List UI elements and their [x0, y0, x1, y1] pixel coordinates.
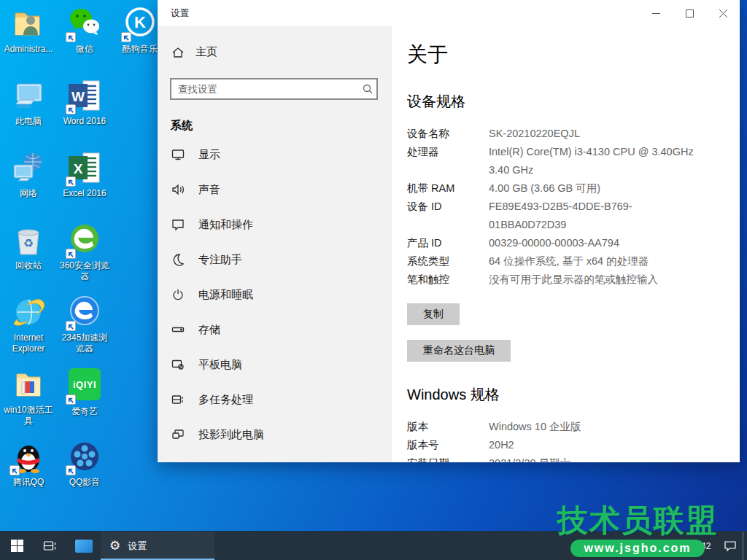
- taskbar-settings-task[interactable]: ⚙ 设置: [101, 532, 214, 560]
- sidebar-item-power-sleep[interactable]: 电源和睡眠: [158, 277, 392, 312]
- svg-text:W: W: [71, 89, 85, 104]
- sidebar-item-label: 声音: [198, 183, 220, 197]
- internet-explorer-icon: [11, 295, 46, 330]
- spec-row: 设备 IDFE89E493-D2B5-4DDE-B769-01BBA0D72D3…: [407, 198, 740, 234]
- shortcut-arrow-icon: [66, 321, 76, 331]
- titlebar[interactable]: 设置: [158, 0, 740, 26]
- spec-row: 设备名称SK-20210220EQJL: [407, 125, 740, 143]
- svg-text:K: K: [134, 13, 146, 31]
- search-icon[interactable]: [362, 83, 374, 98]
- sidebar-item-label: 平板电脑: [198, 358, 242, 372]
- svg-text:♻: ♻: [23, 237, 34, 249]
- desktop-icon-tencent-qq[interactable]: 腾讯QQ: [1, 439, 56, 488]
- settings-main-panel: 关于 设备规格 设备名称SK-20210220EQJL 处理器Intel(R) …: [392, 26, 740, 462]
- desktop-icon-label: Word 2016: [57, 116, 112, 127]
- action-center-button[interactable]: [718, 532, 743, 560]
- desktop-icon-network[interactable]: 网络: [1, 150, 56, 199]
- network-icon: [11, 150, 46, 185]
- wechat-icon: [67, 6, 102, 41]
- sidebar-item-display[interactable]: 显示: [158, 137, 392, 172]
- show-desktop-button[interactable]: [743, 532, 747, 560]
- word-icon: W: [67, 78, 102, 113]
- desktop-icon-label: 2345加速浏 览器: [57, 332, 112, 354]
- desktop-icon-word[interactable]: W Word 2016: [57, 78, 112, 127]
- shortcut-arrow-icon: [66, 32, 76, 42]
- rename-pc-button[interactable]: 重命名这台电脑: [407, 340, 511, 362]
- desktop-icon-label: QQ影音: [57, 477, 112, 488]
- desktop-icon-label: 360安全浏览 器: [57, 260, 112, 282]
- window-title: 设置: [171, 7, 189, 20]
- win10-activator-folder-icon: [11, 367, 46, 402]
- svg-text:X: X: [74, 161, 83, 176]
- desktop-icon-administrator[interactable]: Administra...: [1, 6, 56, 55]
- task-view-icon: [43, 540, 58, 553]
- user-folder-icon: [11, 6, 46, 41]
- desktop-icon-internet-explorer[interactable]: Internet Explorer: [1, 295, 56, 354]
- power-icon: [171, 288, 185, 301]
- desktop-icon-wechat[interactable]: 微信: [57, 6, 112, 55]
- sidebar-item-label: 显示: [198, 148, 220, 162]
- excel-icon: X: [67, 150, 102, 185]
- desktop-icon-win10-activator[interactable]: win10激活工 具: [1, 367, 56, 427]
- task-view-button[interactable]: [34, 532, 67, 560]
- desktop: Administra... 微信 K 酷狗音乐 此电脑 W Word 2016 …: [0, 0, 747, 560]
- gear-icon: ⚙: [109, 540, 120, 552]
- desktop-icon-label: 回收站: [1, 260, 56, 271]
- sidebar-item-multitasking[interactable]: 多任务处理: [158, 382, 392, 417]
- taskbar: ⚙ 设置 下午 3:42: [0, 531, 747, 560]
- copy-button[interactable]: 复制: [407, 303, 460, 325]
- chat-bubble-icon: [171, 218, 185, 231]
- desktop-icon-label: win10激活工 具: [1, 405, 56, 427]
- this-pc-icon: [11, 78, 46, 113]
- taskbar-clock[interactable]: 下午 3:42: [667, 542, 718, 551]
- spec-row: 机带 RAM4.00 GB (3.66 GB 可用): [407, 179, 740, 198]
- 2345-browser-icon: [67, 295, 102, 330]
- sidebar-item-notifications[interactable]: 通知和操作: [158, 207, 392, 242]
- start-button[interactable]: [0, 532, 34, 560]
- desktop-icon-label: Internet Explorer: [1, 332, 56, 354]
- sidebar-item-sound[interactable]: 声音: [158, 172, 392, 207]
- network-tray-button[interactable]: [642, 532, 667, 560]
- iqiyi-icon: iQIYI: [67, 368, 102, 403]
- shortcut-arrow-icon: [121, 32, 131, 42]
- sidebar-item-storage[interactable]: 存储: [158, 312, 392, 347]
- desktop-icon-recycle-bin[interactable]: ♻ 回收站: [1, 222, 56, 271]
- moon-icon: [171, 253, 185, 266]
- blue-window-taskbar-icon[interactable]: [67, 532, 101, 560]
- device-spec-table: 设备名称SK-20210220EQJL 处理器Intel(R) Core(TM)…: [407, 125, 740, 289]
- sidebar-home[interactable]: 主页: [171, 45, 392, 59]
- sidebar-item-tablet[interactable]: 平板电脑: [158, 347, 392, 382]
- desktop-icon-this-pc[interactable]: 此电脑: [1, 78, 56, 127]
- desktop-icon-iqiyi[interactable]: iQIYI 爱奇艺: [57, 367, 112, 417]
- close-button[interactable]: [706, 0, 740, 26]
- sidebar-section-system: 系统: [171, 119, 392, 133]
- project-screens-icon: [171, 428, 185, 441]
- desktop-icon-360-browser[interactable]: 360安全浏览 器: [57, 222, 112, 282]
- sidebar-item-projecting[interactable]: 投影到此电脑: [158, 417, 392, 452]
- recycle-bin-icon: ♻: [11, 222, 46, 257]
- minimize-button[interactable]: [639, 0, 673, 26]
- shortcut-arrow-icon: [66, 249, 76, 259]
- kugou-icon: K: [123, 6, 158, 41]
- taskbar-task-label: 设置: [128, 540, 147, 553]
- desktop-icon-label: 此电脑: [1, 116, 56, 127]
- desktop-icon-label: Administra...: [1, 44, 56, 55]
- shortcut-arrow-icon: [66, 104, 76, 114]
- spec-row: 系统类型64 位操作系统, 基于 x64 的处理器: [407, 252, 740, 271]
- windows-logo-icon: [11, 540, 23, 552]
- sidebar-item-label: 通知和操作: [198, 218, 253, 232]
- sidebar-item-label: 多任务处理: [198, 393, 253, 407]
- 360-browser-icon: [67, 222, 102, 257]
- system-tray: 下午 3:42: [642, 532, 747, 560]
- sidebar-item-focus-assist[interactable]: 专注助手: [158, 242, 392, 277]
- maximize-button[interactable]: [673, 0, 706, 26]
- sidebar-item-label: 电源和睡眠: [198, 288, 253, 302]
- desktop-icon-label: 微信: [57, 44, 112, 55]
- desktop-icon-2345-browser[interactable]: 2345加速浏 览器: [57, 295, 112, 354]
- spec-row: 安装日期2021/2/20 星期六: [407, 454, 740, 462]
- desktop-icon-qq-player[interactable]: QQ影音: [57, 439, 112, 488]
- search-input[interactable]: [170, 78, 378, 100]
- qq-player-icon: [67, 439, 102, 474]
- desktop-icon-excel[interactable]: X Excel 2016: [57, 150, 112, 199]
- speaker-icon: [171, 183, 185, 196]
